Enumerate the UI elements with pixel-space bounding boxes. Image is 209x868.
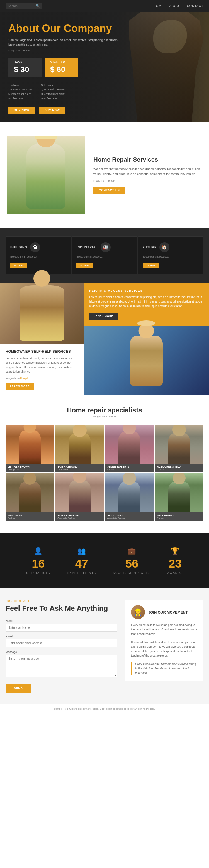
jennie-photo xyxy=(105,425,154,464)
future-icon: 🏠 xyxy=(159,242,169,252)
name-label: Name xyxy=(6,619,117,622)
search-input[interactable] xyxy=(8,4,36,7)
features-row: 1 full user 1,000 Email Previews 5 conta… xyxy=(8,83,120,101)
specialist-jennie: JENNIE ROBERTS Plumber xyxy=(105,425,154,472)
bob-info: BOB RICHMOND Craftsman xyxy=(55,464,104,472)
footer-text: Sample Text. Click to select the text bo… xyxy=(6,708,203,710)
homeowner-freepik: Images from Freepik xyxy=(6,377,78,380)
specialists-title: Home repair specialists xyxy=(6,406,203,414)
specialists-freepik: Images from Freepik xyxy=(6,415,203,418)
alex-green-role: Associate Partner xyxy=(107,517,152,519)
homeowner-desc: Lorem ipsum dolor sit amet, consectetur … xyxy=(6,356,78,374)
standard-price: $ 60 xyxy=(50,65,73,74)
jeffrey-info: JEFFREY BROWN Handyman xyxy=(6,464,54,472)
contact-form: OUR CONTACT Feel Free To Ask Me Anything… xyxy=(6,600,117,693)
standard-label: STANDART xyxy=(50,61,73,64)
bob-role: Craftsman xyxy=(58,468,102,471)
standard-features: 10 full user 2,000 Email Previews 10 con… xyxy=(41,83,65,101)
contact-right: 👷 JOIN OUR MOVEMENT Every pleasure is to… xyxy=(125,600,203,693)
specialist-alex-green: ALEX GREEN Associate Partner xyxy=(105,473,154,521)
nav-about[interactable]: ABOUT xyxy=(169,4,181,7)
submit-button[interactable]: SEND xyxy=(6,684,31,693)
contact-us-button[interactable]: CONTACT US xyxy=(93,187,125,194)
search-container[interactable]: 🔍 xyxy=(6,3,42,9)
industrial-desc: Excepteur sint occaecat xyxy=(76,255,132,259)
specialists-label: SPECIALISTS xyxy=(26,571,50,575)
walter-photo xyxy=(6,473,54,512)
repair-left-image xyxy=(0,283,84,344)
contact-label: OUR CONTACT xyxy=(6,600,117,602)
monica-photo xyxy=(55,473,104,512)
movement-desc-2: How is all this mistaken idea of denounc… xyxy=(131,640,198,658)
contact-title: Feel Free To Ask Me Anything xyxy=(6,604,117,613)
awards-label: AWARDS xyxy=(167,571,183,575)
nav-home[interactable]: HOME xyxy=(154,4,164,7)
cases-number: 56 xyxy=(113,557,151,570)
basic-label: BASIC xyxy=(14,61,36,64)
services-image xyxy=(7,136,85,214)
industrial-more-button[interactable]: MORE xyxy=(76,263,93,268)
industrial-title: INDUSTRIAL xyxy=(76,246,98,249)
message-label: Message xyxy=(6,651,117,654)
stat-clients: 👥 47 HAPPY CLIENTS xyxy=(67,547,97,575)
worker-figure xyxy=(7,136,85,214)
dark-cards: BUILDING 🏗 Excepteur sint occaecat MORE … xyxy=(6,237,203,275)
building-card: BUILDING 🏗 Excepteur sint occaecat MORE xyxy=(6,237,71,275)
services-freepik: Image from Freepik xyxy=(93,179,202,182)
alex-g-name: ALEX GREENFIELD xyxy=(157,465,202,468)
services-row: Home Repair Services We believe that hom… xyxy=(7,136,202,214)
future-desc: Excepteur sint occaecat xyxy=(143,255,199,259)
bob-name: BOB RICHMOND xyxy=(58,465,102,468)
hero-content: About Our Company Sample large text. Lor… xyxy=(0,12,128,122)
specialist-mick: MICK PARKER Partner xyxy=(155,473,204,521)
repair-access-learn-button[interactable]: LEARN MORE xyxy=(89,313,118,319)
name-input[interactable] xyxy=(6,623,117,631)
monica-name: MONICA POULIOT xyxy=(58,514,102,517)
buy-now-standard-button[interactable]: BUY NOW xyxy=(39,106,66,114)
basic-price: $ 30 xyxy=(14,65,36,74)
pricing-cards: BASIC $ 30 STANDART $ 60 xyxy=(8,58,120,77)
mick-name: MICK PARKER xyxy=(157,514,202,517)
future-more-button[interactable]: MORE xyxy=(143,263,159,268)
awards-icon: 🏆 xyxy=(167,547,183,555)
hero-description: Sample large text. Lorem ipsum dolor sit… xyxy=(8,38,120,47)
specialists-number: 16 xyxy=(26,557,50,570)
homeowner-learn-button[interactable]: LEARN MORE xyxy=(6,383,34,390)
alex-g-photo xyxy=(155,425,204,464)
industrial-icon: 🏭 xyxy=(101,242,111,252)
repair-access-label: REPAIR & ACCESS SERVICES xyxy=(89,289,203,292)
industrial-header: INDUSTRIAL 🏭 xyxy=(76,242,132,252)
jennie-info: JENNIE ROBERTS Plumber xyxy=(105,464,154,472)
clients-number: 47 xyxy=(67,557,97,570)
stats-row: 👤 16 SPECIALISTS 👥 47 HAPPY CLIENTS 💼 56… xyxy=(6,547,203,575)
building-more-button[interactable]: MORE xyxy=(10,263,27,268)
message-group: Message xyxy=(6,651,117,678)
email-group: Email xyxy=(6,635,117,647)
cases-label: SUCCESSFUL CASES xyxy=(113,571,151,575)
buy-now-basic-button[interactable]: BUY NOW xyxy=(8,106,35,114)
hero-section: About Our Company Sample large text. Lor… xyxy=(0,12,209,122)
specialist-jeffrey: JEFFREY BROWN Handyman xyxy=(6,425,54,472)
building-desc: Excepteur sint occaecat xyxy=(10,255,66,259)
specialist-walter: WALTER LILLY Partner xyxy=(6,473,54,521)
alex-green-info: ALEX GREEN Associate Partner xyxy=(105,512,154,521)
awards-number: 23 xyxy=(167,557,183,570)
stat-awards: 🏆 23 AWARDS xyxy=(167,547,183,575)
jennie-role: Plumber xyxy=(107,468,152,471)
specialists-section: Home repair specialists Images from Free… xyxy=(0,395,209,533)
alex-green-photo xyxy=(105,473,154,512)
alex-g-info: ALEX GREENFIELD Plumber xyxy=(155,464,204,472)
email-input[interactable] xyxy=(6,639,117,647)
navigation: 🔍 HOME ABOUT CONTACT xyxy=(0,0,209,12)
repair-section: HOMEOWNER SELF-HELP SERVICES Lorem ipsum… xyxy=(0,283,209,395)
movement-quote: Every pleasure is to welcome pain avoide… xyxy=(131,662,198,675)
repair-access-desc: Lorem ipsum dolor sit amet, consectetur … xyxy=(89,295,203,308)
nav-contact[interactable]: CONTACT xyxy=(187,4,203,7)
repair-left: HOMEOWNER SELF-HELP SERVICES Lorem ipsum… xyxy=(0,283,84,395)
freepik-link[interactable]: Freepik xyxy=(20,377,29,380)
repair-right: REPAIR & ACCESS SERVICES Lorem ipsum dol… xyxy=(84,283,209,395)
hero-title: About Our Company xyxy=(8,23,120,34)
building-icon: 🏗 xyxy=(30,242,40,252)
home-repair-section: Home Repair Services We believe that hom… xyxy=(0,122,209,228)
message-input[interactable] xyxy=(6,655,117,677)
